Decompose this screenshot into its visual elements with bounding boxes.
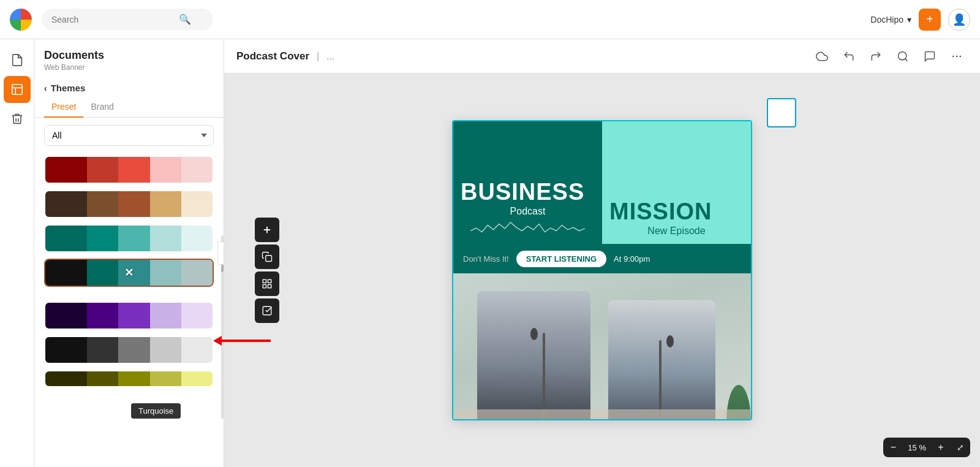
swatch-row-mono[interactable] xyxy=(44,336,214,364)
canvas-top-section: BUSINESS Podcast MISSION New Episode xyxy=(453,121,751,244)
title-ellipsis: ... xyxy=(326,51,334,61)
brand-chevron-icon: ▾ xyxy=(907,15,911,25)
swatch-color xyxy=(118,260,149,286)
swatch-color xyxy=(87,303,118,328)
swatch-row-red[interactable] xyxy=(44,156,214,184)
search-icon: 🔍 xyxy=(179,13,191,25)
swatch-color xyxy=(45,226,87,251)
swatch-color xyxy=(150,226,181,251)
add-button[interactable]: + xyxy=(919,9,941,31)
swatch-color xyxy=(181,191,213,217)
redo-button[interactable] xyxy=(865,45,887,67)
svg-point-5 xyxy=(960,55,962,57)
arrow-indicator xyxy=(213,336,271,346)
mic-stand-right xyxy=(659,340,662,420)
user-icon[interactable]: 👤 xyxy=(948,9,970,31)
canvas-top-right: MISSION New Episode xyxy=(602,121,751,244)
add-element-button[interactable] xyxy=(255,218,279,242)
app-logo xyxy=(10,9,32,31)
document-title: Podcast Cover xyxy=(236,50,309,63)
panel-title: Documents xyxy=(44,49,214,62)
sidebar-item-trash[interactable] xyxy=(4,105,31,132)
svg-rect-13 xyxy=(263,306,271,315)
zoom-value: 15 % xyxy=(903,443,931,452)
canvas-top-left: BUSINESS Podcast xyxy=(453,121,602,244)
swatch-color xyxy=(87,226,118,251)
undo-button[interactable] xyxy=(838,45,860,67)
swatch-row-purple[interactable] xyxy=(44,302,214,330)
at-time-text: At 9:00pm xyxy=(614,254,650,264)
swatch-row-olive[interactable] xyxy=(44,370,214,387)
swatch-color xyxy=(150,337,181,363)
swatch-color xyxy=(118,157,149,183)
swatch-color xyxy=(87,191,118,217)
selection-box-float[interactable] xyxy=(767,98,796,127)
svg-line-2 xyxy=(905,58,908,61)
title-separator: | xyxy=(317,51,319,62)
cloud-save-button[interactable] xyxy=(811,45,833,67)
subtitle-episode: New Episode xyxy=(609,226,744,237)
panel-header: Documents Web Banner xyxy=(34,39,224,77)
title-mission: MISSION xyxy=(609,200,744,223)
swatch-color xyxy=(87,337,118,363)
tab-preset[interactable]: Preset xyxy=(44,97,83,118)
swatch-color xyxy=(181,337,213,363)
swatch-color xyxy=(181,371,213,386)
podcast-canvas[interactable]: BUSINESS Podcast MISSION New Episode Do xyxy=(452,120,752,420)
search-input[interactable] xyxy=(51,15,174,25)
collapse-panel-handle[interactable]: ‹ xyxy=(217,241,224,265)
start-listening-button[interactable]: START LISTENING xyxy=(516,251,606,267)
swatch-row-brown[interactable] xyxy=(44,190,214,218)
zoom-search-button[interactable] xyxy=(892,45,914,67)
top-nav: 🔍 DocHipo ▾ + 👤 xyxy=(0,0,980,39)
swatch-color xyxy=(45,303,87,328)
title-business: BUSINESS xyxy=(461,180,595,203)
tabs-row: Preset Brand xyxy=(34,97,224,118)
zoom-expand-button[interactable]: ⤢ xyxy=(951,438,970,457)
svg-point-1 xyxy=(899,51,907,59)
swatch-row-turquoise[interactable]: ✕ xyxy=(44,259,214,287)
zoom-out-button[interactable]: − xyxy=(883,438,903,457)
swatch-row-teal[interactable] xyxy=(44,224,214,252)
nav-right: DocHipo ▾ + 👤 xyxy=(870,9,970,31)
tab-brand[interactable]: Brand xyxy=(83,97,121,118)
swatch-color xyxy=(45,260,87,286)
layers-button[interactable] xyxy=(255,298,279,323)
mic-right xyxy=(666,335,674,347)
themes-label: Themes xyxy=(51,83,86,93)
duplicate-button[interactable] xyxy=(255,245,279,269)
swatch-color xyxy=(181,226,213,251)
brand-name-label: DocHipo xyxy=(870,15,903,25)
grid-view-button[interactable] xyxy=(255,271,279,296)
more-options-button[interactable] xyxy=(946,45,968,67)
floor-line xyxy=(453,409,751,420)
swatch-color xyxy=(150,371,181,386)
search-bar[interactable]: 🔍 xyxy=(42,9,213,30)
waveform-graphic xyxy=(461,219,595,237)
dont-miss-text: Don't Miss It! xyxy=(463,254,509,264)
canvas-area: Podcast Cover | ... xyxy=(224,39,980,467)
turquoise-tooltip: Turquoise xyxy=(131,403,181,419)
svg-rect-10 xyxy=(268,279,271,283)
back-nav[interactable]: ‹ Themes xyxy=(34,77,224,97)
swatch-color xyxy=(150,303,181,328)
svg-rect-0 xyxy=(12,85,22,95)
swatch-color xyxy=(87,157,118,183)
swatch-color xyxy=(150,191,181,217)
swatch-color xyxy=(45,337,87,363)
comment-button[interactable] xyxy=(919,45,941,67)
svg-rect-12 xyxy=(268,285,271,288)
sidebar-item-themes[interactable] xyxy=(4,76,31,103)
sidebar-item-documents[interactable] xyxy=(4,47,31,74)
filter-select[interactable]: All Light Dark Warm Cool xyxy=(44,125,214,146)
arrow-head xyxy=(213,336,222,346)
canvas-middle-section: Don't Miss It! START LISTENING At 9:00pm xyxy=(453,244,751,273)
arrow-line xyxy=(222,340,271,342)
swatch-color xyxy=(87,260,118,286)
filter-row: All Light Dark Warm Cool xyxy=(34,118,224,153)
zoom-in-button[interactable]: + xyxy=(931,438,951,457)
swatch-color xyxy=(181,260,213,286)
brand-dropdown[interactable]: DocHipo ▾ xyxy=(870,15,911,25)
swatch-color xyxy=(181,303,213,328)
swatch-color xyxy=(45,191,87,217)
